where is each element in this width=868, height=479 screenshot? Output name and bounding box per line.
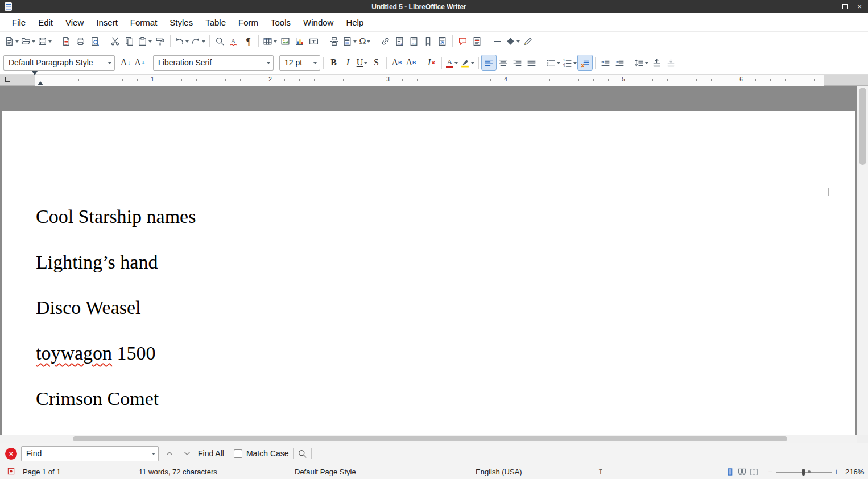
update-style-button[interactable]: A↓ bbox=[118, 55, 133, 70]
paragraph[interactable]: Crimson Comet bbox=[36, 387, 842, 410]
horizontal-ruler[interactable]: 1 2 3 4 5 6 bbox=[0, 75, 868, 86]
zoom-percent[interactable]: 216% bbox=[845, 468, 864, 476]
menu-view[interactable]: View bbox=[59, 14, 90, 31]
align-center-button[interactable] bbox=[496, 55, 510, 70]
menu-help[interactable]: Help bbox=[340, 14, 370, 31]
paragraph-style-combobox[interactable]: Default Paragraph Style bbox=[3, 55, 115, 71]
track-changes-button[interactable] bbox=[470, 34, 484, 49]
find-and-replace-button[interactable] bbox=[297, 449, 307, 459]
insert-hyperlink-button[interactable] bbox=[378, 34, 392, 49]
ordered-list-button[interactable] bbox=[561, 55, 578, 70]
align-right-button[interactable] bbox=[510, 55, 524, 70]
increase-paragraph-spacing-button[interactable] bbox=[650, 55, 664, 70]
font-name-combobox[interactable]: Liberation Serif bbox=[153, 55, 274, 71]
selection-mode-status[interactable]: I_ bbox=[598, 468, 607, 476]
document-page[interactable]: Cool Starship names Lighting’s hand Disc… bbox=[2, 111, 855, 435]
cut-button[interactable] bbox=[108, 34, 122, 49]
find-all-button[interactable]: Find All bbox=[198, 449, 224, 458]
bold-button[interactable]: B bbox=[326, 55, 341, 70]
find-previous-button[interactable] bbox=[163, 447, 176, 460]
open-button[interactable] bbox=[20, 34, 36, 49]
document-area[interactable]: Cool Starship names Lighting’s hand Disc… bbox=[0, 86, 868, 443]
font-color-button[interactable]: A bbox=[445, 55, 459, 70]
multi-page-view-icon[interactable] bbox=[738, 468, 746, 476]
new-document-button[interactable] bbox=[3, 34, 20, 49]
clone-formatting-button[interactable] bbox=[153, 34, 167, 49]
subscript-button[interactable]: AB bbox=[404, 55, 418, 70]
insert-field-button[interactable] bbox=[341, 34, 358, 49]
clear-formatting-button[interactable]: I× bbox=[424, 55, 439, 70]
insert-endnote-button[interactable] bbox=[407, 34, 421, 49]
page-number-status[interactable]: Page 1 of 1 bbox=[23, 468, 61, 476]
title-bar[interactable]: Untitled 5 - LibreOffice Writer – × bbox=[0, 0, 868, 13]
menu-format[interactable]: Format bbox=[124, 14, 164, 31]
show-draw-functions-button[interactable] bbox=[521, 34, 535, 49]
minimize-button[interactable]: – bbox=[826, 3, 834, 11]
page-style-status[interactable]: Default Page Style bbox=[295, 468, 356, 476]
menu-insert[interactable]: Insert bbox=[90, 14, 124, 31]
insert-chart-button[interactable] bbox=[292, 34, 307, 49]
paragraph[interactable]: Lighting’s hand bbox=[36, 251, 842, 274]
match-case-checkbox[interactable] bbox=[234, 449, 242, 458]
align-left-button[interactable] bbox=[482, 55, 496, 70]
no-list-button[interactable] bbox=[578, 55, 592, 70]
line-spacing-button[interactable] bbox=[633, 55, 650, 70]
insert-textbox-button[interactable] bbox=[307, 34, 321, 49]
menu-edit[interactable]: Edit bbox=[32, 14, 59, 31]
menu-tools[interactable]: Tools bbox=[264, 14, 297, 31]
decrease-paragraph-spacing-button[interactable] bbox=[664, 55, 678, 70]
undo-button[interactable] bbox=[173, 34, 190, 49]
insert-cross-reference-button[interactable] bbox=[435, 34, 449, 49]
new-style-button[interactable]: A+ bbox=[133, 55, 147, 70]
save-button[interactable] bbox=[36, 34, 53, 49]
decrease-indent-button[interactable] bbox=[613, 55, 627, 70]
misspelled-word[interactable]: toywagon bbox=[36, 342, 112, 364]
redo-button[interactable] bbox=[190, 34, 206, 49]
paragraph[interactable]: Cool Starship names bbox=[36, 205, 842, 228]
strikethrough-button[interactable]: S bbox=[369, 55, 383, 70]
unordered-list-button[interactable] bbox=[545, 55, 561, 70]
insert-special-character-button[interactable]: Ω bbox=[358, 34, 372, 49]
menu-styles[interactable]: Styles bbox=[163, 14, 199, 31]
menu-form[interactable]: Form bbox=[232, 14, 264, 31]
find-next-button[interactable] bbox=[180, 447, 194, 460]
horizontal-scrollbar-thumb[interactable] bbox=[73, 436, 787, 441]
paste-button[interactable] bbox=[137, 34, 153, 49]
language-status[interactable]: English (USA) bbox=[476, 468, 522, 476]
search-input[interactable] bbox=[26, 449, 148, 458]
document-text[interactable]: Cool Starship names Lighting’s hand Disc… bbox=[36, 195, 842, 433]
print-button[interactable] bbox=[73, 34, 88, 49]
superscript-button[interactable]: AB bbox=[390, 55, 404, 70]
align-justified-button[interactable] bbox=[524, 55, 539, 70]
book-view-icon[interactable] bbox=[750, 468, 758, 476]
zoom-slider[interactable] bbox=[776, 472, 832, 473]
copy-button[interactable] bbox=[122, 34, 137, 49]
single-page-view-icon[interactable] bbox=[726, 468, 734, 476]
highlight-color-button[interactable] bbox=[459, 55, 476, 70]
restore-button[interactable] bbox=[841, 3, 849, 11]
zoom-in-button[interactable]: + bbox=[834, 467, 838, 476]
zoom-out-button[interactable]: − bbox=[768, 467, 772, 476]
formatting-marks-button[interactable]: ¶ bbox=[241, 34, 255, 49]
menu-file[interactable]: File bbox=[6, 14, 32, 31]
print-preview-button[interactable] bbox=[88, 34, 102, 49]
word-count-status[interactable]: 11 words, 72 characters bbox=[139, 468, 217, 476]
insert-table-button[interactable] bbox=[262, 34, 278, 49]
menu-window[interactable]: Window bbox=[297, 14, 340, 31]
italic-button[interactable]: I bbox=[341, 55, 355, 70]
insert-page-break-button[interactable] bbox=[327, 34, 341, 49]
left-indent-marker[interactable] bbox=[32, 75, 43, 81]
vertical-scrollbar[interactable] bbox=[857, 86, 868, 435]
increase-indent-button[interactable] bbox=[598, 55, 613, 70]
close-button[interactable]: × bbox=[855, 3, 863, 11]
insert-image-button[interactable] bbox=[278, 34, 292, 49]
paragraph-text[interactable]: 1500 bbox=[112, 342, 156, 364]
paragraph[interactable]: Disco Weasel bbox=[36, 296, 842, 319]
insert-bookmark-button[interactable] bbox=[421, 34, 435, 49]
export-pdf-button[interactable] bbox=[59, 34, 73, 49]
insert-line-button[interactable] bbox=[490, 34, 505, 49]
font-size-combobox[interactable]: 12 pt bbox=[279, 55, 320, 71]
find-replace-button[interactable] bbox=[213, 34, 227, 49]
tab-stop-type-icon[interactable] bbox=[5, 77, 10, 82]
vertical-scrollbar-thumb[interactable] bbox=[859, 88, 866, 165]
